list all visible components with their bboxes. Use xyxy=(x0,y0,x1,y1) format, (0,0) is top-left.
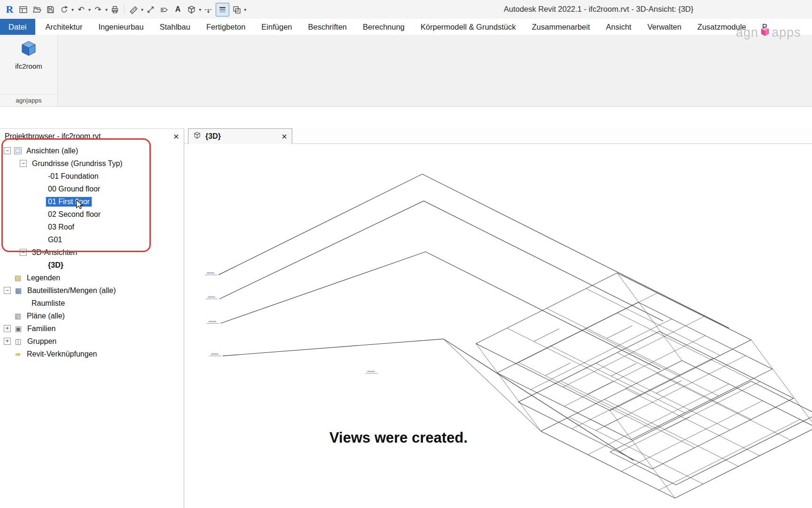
ifc2room-cube-icon xyxy=(19,40,38,59)
switch-windows-icon[interactable] xyxy=(230,3,243,16)
tree-item-revit-verknuepfungen[interactable]: ∞ Revit-Verknüpfungen xyxy=(0,348,184,360)
agn-apps-logo: agn apps xyxy=(736,25,801,40)
ribbon-tab-bar: Datei Architektur Ingenieurbau Stahlbau … xyxy=(0,19,812,35)
tab-datei[interactable]: Datei xyxy=(0,19,35,35)
tab-ansicht[interactable]: Ansicht xyxy=(601,19,637,35)
tree-item-raumliste[interactable]: Raumliste xyxy=(0,297,184,310)
tree-item-plaene[interactable]: ▥ Pläne (alle) xyxy=(0,310,184,322)
view-tab-label: {3D} xyxy=(205,132,221,141)
save-icon[interactable] xyxy=(44,3,57,16)
brand-left: agn xyxy=(736,25,758,40)
schedules-icon: ▦ xyxy=(14,287,23,294)
agn-apps-panel: ifc2room agn|apps xyxy=(0,35,58,106)
expand-icon[interactable]: + xyxy=(4,325,11,332)
aligned-dimension-icon[interactable] xyxy=(144,3,157,16)
revit-logo[interactable]: R xyxy=(3,3,16,16)
project-browser-tree: − Ansichten (alle) − Grundrisse (Grundri… xyxy=(0,143,184,360)
view-tab-3d[interactable]: {3D} × xyxy=(188,128,292,144)
tree-item-familien[interactable]: + ▣ Familien xyxy=(0,322,184,335)
tab-fertigbeton[interactable]: Fertigbeton xyxy=(201,19,251,35)
ribbon-panel-area: ifc2room agn|apps xyxy=(0,35,812,107)
section-icon[interactable] xyxy=(202,3,215,16)
families-icon: ▣ xyxy=(14,325,23,333)
sheets-icon: ▥ xyxy=(14,312,22,320)
tab-stahlbau[interactable]: Stahlbau xyxy=(154,19,196,35)
toolbar-separator xyxy=(124,5,125,14)
project-browser-title: Projektbrowser - ifc2room.rvt xyxy=(5,132,101,141)
tab-verwalten[interactable]: Verwalten xyxy=(642,19,687,35)
redo-dropdown-icon[interactable]: ▾ xyxy=(105,7,108,12)
close-project-browser-icon[interactable]: × xyxy=(173,131,179,141)
collapse-icon[interactable]: − xyxy=(4,147,11,154)
view-3d-icon xyxy=(193,131,201,141)
view-tab-bar: {3D} × xyxy=(184,128,812,144)
open-icon[interactable] xyxy=(31,3,43,16)
tab-ingenieurbau[interactable]: Ingenieurbau xyxy=(93,19,149,35)
tree-item-legenden[interactable]: ▤ Legenden xyxy=(0,271,184,284)
tree-item-foundation[interactable]: -01 Foundation xyxy=(0,170,184,183)
panel-label: agn|apps xyxy=(0,94,57,106)
tag-icon[interactable] xyxy=(158,3,171,16)
expand-icon[interactable]: + xyxy=(4,338,11,345)
sync-dropdown-icon[interactable]: ▾ xyxy=(71,7,74,12)
drawing-canvas[interactable]: Views were created. xyxy=(184,143,812,508)
tree-item-3d-ansichten[interactable]: − 3D-Ansichten xyxy=(0,246,184,259)
tree-item-roof[interactable]: 03 Roof xyxy=(0,221,184,233)
canvas-message: Views were created. xyxy=(329,429,468,446)
sync-icon[interactable] xyxy=(58,3,70,16)
tree-item-g01[interactable]: G01 xyxy=(0,233,184,246)
groups-icon: ◫ xyxy=(14,338,23,345)
view-area: {3D} × Views were created. xyxy=(184,128,812,508)
text-tool-icon[interactable]: A xyxy=(172,3,184,16)
tree-item-grundrisse[interactable]: − Grundrisse (Grundriss Typ) xyxy=(0,157,184,170)
brand-right: apps xyxy=(772,25,801,40)
collapse-icon[interactable]: − xyxy=(20,249,27,256)
tab-zusammenarbeit[interactable]: Zusammenarbeit xyxy=(526,19,596,35)
tree-item-first-floor[interactable]: 01 First floor xyxy=(0,195,184,208)
tree-item-ground-floor[interactable]: 00 Ground floor xyxy=(0,183,184,195)
tree-item-second-floor[interactable]: 02 Second floor xyxy=(0,208,184,221)
brand-cube-icon xyxy=(760,25,770,40)
wireframe-drawing xyxy=(184,143,812,508)
legends-icon: ▤ xyxy=(14,274,22,282)
customize-toolbar-icon[interactable]: ▾ xyxy=(244,7,246,12)
window-title: Autodesk Revit 2022.1 - ifc2room.rvt - 3… xyxy=(504,5,694,14)
print-icon[interactable] xyxy=(109,3,121,16)
tab-beschriften[interactable]: Beschriften xyxy=(302,19,352,35)
measure-icon[interactable] xyxy=(127,3,140,16)
redo-icon[interactable]: ↷ xyxy=(92,3,104,16)
views-icon xyxy=(14,147,22,154)
close-view-icon[interactable]: × xyxy=(281,132,287,141)
tab-berechnung[interactable]: Berechnung xyxy=(357,19,410,35)
recent-documents-icon[interactable] xyxy=(17,3,30,16)
project-browser-panel: Projektbrowser - ifc2room.rvt × − Ansich… xyxy=(0,128,184,508)
tree-item-3d-view[interactable]: {3D} xyxy=(0,259,184,271)
tab-architektur[interactable]: Architektur xyxy=(40,19,88,35)
measure-dropdown-icon[interactable]: ▾ xyxy=(141,7,143,12)
collapse-icon[interactable]: − xyxy=(4,287,11,294)
tab-koerpermodell-grundstueck[interactable]: Körpermodell & Grundstück xyxy=(415,19,522,35)
collapse-icon[interactable]: − xyxy=(20,160,27,167)
undo-icon[interactable]: ↶ xyxy=(75,3,87,16)
revit-links-icon: ∞ xyxy=(14,350,22,358)
thin-lines-icon[interactable] xyxy=(216,3,229,16)
3d-view-dropdown-icon[interactable]: ▾ xyxy=(199,7,201,12)
tree-item-ansichten[interactable]: − Ansichten (alle) xyxy=(0,144,184,157)
tree-item-gruppen[interactable]: + ◫ Gruppen xyxy=(0,335,184,348)
tool-label: ifc2room xyxy=(15,62,42,70)
tab-einfuegen[interactable]: Einfügen xyxy=(256,19,297,35)
project-browser-header: Projektbrowser - ifc2room.rvt × xyxy=(0,129,184,143)
ifc2room-tool-button[interactable]: ifc2room xyxy=(0,35,57,94)
title-bar: R ▾ ↶ ▾ ↷ ▾ ▾ A ▾ ▾ Autodesk Revit 2022.… xyxy=(0,0,812,19)
default-3d-view-icon[interactable] xyxy=(185,3,198,16)
tree-item-bauteillisten[interactable]: − ▦ Bauteillisten/Mengen (alle) xyxy=(0,284,184,297)
undo-dropdown-icon[interactable]: ▾ xyxy=(88,7,91,12)
